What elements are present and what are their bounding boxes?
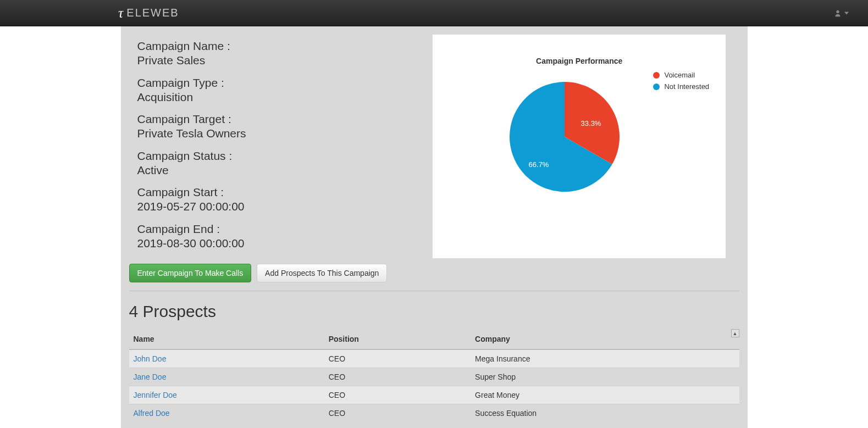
campaign-status-value: Active bbox=[137, 163, 414, 177]
pie-label-b: 66.7% bbox=[529, 160, 549, 169]
caret-down-icon bbox=[844, 11, 849, 15]
prospect-company: Mega Insurance bbox=[471, 349, 739, 368]
campaign-target: Campaign Target : Private Tesla Owners bbox=[137, 112, 414, 141]
chart-legend: Voicemail Not Interested bbox=[653, 71, 709, 94]
prospect-company: Great Money bbox=[471, 386, 739, 404]
prospects-table-wrap: ▲ Name Position Company John DoeCEOMega … bbox=[129, 329, 739, 422]
table-row: Jennifer DoeCEOGreat Money bbox=[129, 386, 739, 404]
brand-text: ELEWEB bbox=[126, 7, 179, 19]
enter-campaign-button[interactable]: Enter Campaign To Make Calls bbox=[129, 264, 252, 282]
prospect-company: Success Equation bbox=[471, 404, 739, 423]
campaign-target-value: Private Tesla Owners bbox=[137, 126, 414, 141]
col-header-position: Position bbox=[324, 329, 471, 349]
campaign-type: Campaign Type : Acquisition bbox=[137, 76, 414, 105]
campaign-end-value: 2019-08-30 00:00:00 bbox=[137, 236, 414, 251]
chart-title: Campaign Performance bbox=[444, 57, 715, 65]
user-menu[interactable] bbox=[834, 9, 849, 17]
table-header-row: Name Position Company bbox=[129, 329, 739, 349]
legend-label: Voicemail bbox=[664, 71, 695, 79]
pie-label-a: 33.3% bbox=[581, 119, 601, 127]
campaign-start-value: 2019-05-27 00:00:00 bbox=[137, 199, 414, 214]
chart-panel: Campaign Performance Voicemail Not Inter… bbox=[433, 35, 726, 258]
campaign-start: Campaign Start : 2019-05-27 00:00:00 bbox=[137, 185, 414, 214]
campaign-start-label: Campaign Start : bbox=[137, 185, 414, 199]
prospect-link[interactable]: Jennifer Doe bbox=[134, 391, 177, 399]
campaign-name-value: Private Sales bbox=[137, 53, 414, 68]
prospect-link[interactable]: Alfred Doe bbox=[134, 409, 170, 418]
col-header-name: Name bbox=[129, 329, 324, 349]
campaign-type-value: Acquisition bbox=[137, 90, 414, 104]
prospects-table: Name Position Company John DoeCEOMega In… bbox=[129, 329, 739, 422]
main-container: Campaign Name : Private Sales Campaign T… bbox=[121, 26, 748, 428]
tau-icon: τ bbox=[118, 5, 124, 21]
legend-label: Not Interested bbox=[664, 82, 709, 91]
legend-item: Not Interested bbox=[653, 82, 709, 91]
campaign-type-label: Campaign Type : bbox=[137, 76, 414, 90]
campaign-name-label: Campaign Name : bbox=[137, 39, 414, 53]
prospects-title: 4 Prospects bbox=[129, 302, 739, 321]
prospect-link[interactable]: John Doe bbox=[134, 354, 167, 363]
action-row: Enter Campaign To Make Calls Add Prospec… bbox=[129, 264, 739, 282]
prospect-position: CEO bbox=[324, 349, 471, 368]
col-header-company: Company bbox=[471, 329, 739, 349]
campaign-name: Campaign Name : Private Sales bbox=[137, 39, 414, 68]
campaign-status: Campaign Status : Active bbox=[137, 149, 414, 178]
legend-swatch-icon bbox=[653, 84, 660, 90]
divider bbox=[129, 291, 739, 291]
campaign-end-label: Campaign End : bbox=[137, 222, 414, 236]
chart-area: Voicemail Not Interested 33.3% 66.7% bbox=[444, 71, 715, 236]
scroll-up-icon[interactable]: ▲ bbox=[731, 329, 739, 337]
table-row: Alfred DoeCEOSuccess Equation bbox=[129, 404, 739, 423]
prospect-position: CEO bbox=[324, 368, 471, 386]
campaign-end: Campaign End : 2019-08-30 00:00:00 bbox=[137, 222, 414, 251]
navbar: τ ELEWEB bbox=[0, 0, 868, 26]
prospect-company: Super Shop bbox=[471, 368, 739, 386]
table-row: John DoeCEOMega Insurance bbox=[129, 349, 739, 368]
legend-swatch-icon bbox=[653, 72, 660, 79]
prospect-link[interactable]: Jane Doe bbox=[134, 373, 167, 381]
add-prospects-button[interactable]: Add Prospects To This Campaign bbox=[257, 264, 387, 282]
top-row: Campaign Name : Private Sales Campaign T… bbox=[129, 35, 739, 258]
prospect-position: CEO bbox=[324, 386, 471, 404]
table-row: Jane DoeCEOSuper Shop bbox=[129, 368, 739, 386]
pie-chart: 33.3% 66.7% bbox=[504, 76, 625, 199]
campaign-info: Campaign Name : Private Sales Campaign T… bbox=[129, 35, 422, 258]
prospect-position: CEO bbox=[324, 404, 471, 423]
user-icon bbox=[834, 9, 842, 17]
campaign-target-label: Campaign Target : bbox=[137, 112, 414, 126]
campaign-status-label: Campaign Status : bbox=[137, 149, 414, 163]
brand-link[interactable]: τ ELEWEB bbox=[118, 5, 179, 21]
legend-item: Voicemail bbox=[653, 71, 709, 79]
